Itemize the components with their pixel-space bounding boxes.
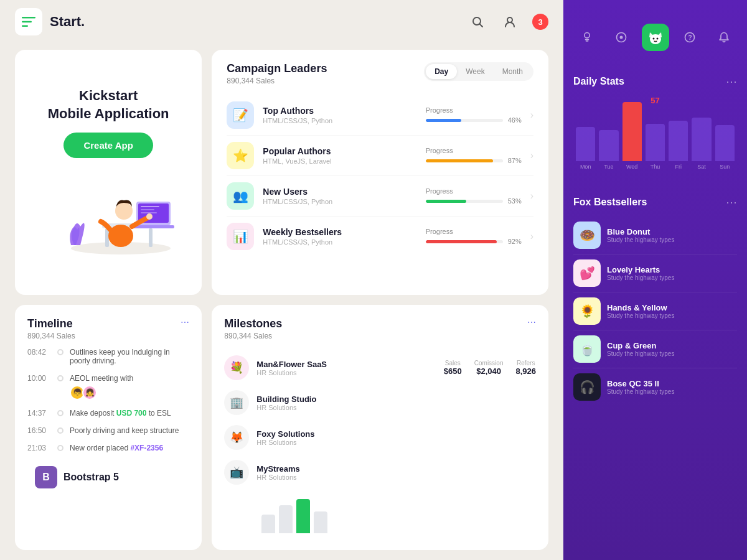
campaign-card: Campaign Leaders 890,344 Sales Day Week … <box>212 50 548 295</box>
nav-icon-btn[interactable] <box>608 24 635 51</box>
bar-label: Mon <box>580 164 591 170</box>
milestone-sub: HR Solutions <box>256 369 444 376</box>
svg-point-27 <box>654 40 657 41</box>
svg-point-24 <box>650 34 661 44</box>
bestseller-item[interactable]: 💕 Lovely Hearts Study the highway types <box>573 254 737 292</box>
milestone-sub: HR Solutions <box>256 439 536 446</box>
bestsellers-options[interactable]: ⋯ <box>726 195 737 209</box>
daily-stats-options[interactable]: ⋯ <box>726 75 737 88</box>
progress-bar-container: 87% <box>426 157 525 164</box>
bestseller-item[interactable]: 🌻 Hands & Yellow Study the highway types <box>573 292 737 330</box>
fox-icon-btn[interactable] <box>642 24 669 51</box>
bestseller-sub: Study the highway types <box>607 388 737 395</box>
chevron-right-icon[interactable]: › <box>530 150 533 161</box>
milestone-row: 📺 MyStreams HR Solutions <box>224 455 536 490</box>
kickstart-title: KickstartMobile Application <box>48 87 169 123</box>
bestseller-item[interactable]: 🎧 Bose QC 35 II Study the highway types <box>573 368 737 406</box>
milestone-bar <box>261 515 275 533</box>
bestseller-sub: Study the highway types <box>607 350 737 357</box>
milestone-sub: HR Solutions <box>256 474 536 481</box>
timeline-dot <box>57 410 63 416</box>
create-app-button[interactable]: Create App <box>63 133 153 158</box>
svg-text:?: ? <box>688 34 692 41</box>
header-right: 3 <box>467 12 548 32</box>
bestseller-item[interactable]: 🍩 Blue Donut Study the highway types <box>573 217 737 254</box>
progress-pct: 87% <box>508 157 525 164</box>
milestone-info: MyStreams HR Solutions <box>256 464 536 481</box>
chevron-right-icon[interactable]: › <box>530 110 533 121</box>
profile-icon[interactable] <box>500 12 520 32</box>
search-icon[interactable] <box>467 12 487 32</box>
fox-bestsellers-section: Fox Bestsellers ⋯ 🍩 Blue Donut Study the… <box>573 195 737 406</box>
timeline-card: Timeline 890,344 Sales ⋯ 08:42 Outlines … <box>15 305 202 550</box>
milestone-info: Foxy Solutions HR Solutions <box>256 429 536 446</box>
campaign-row-info: New Users HTML/CSS/JS, Python <box>263 187 425 205</box>
bestseller-sub: Study the highway types <box>607 312 737 319</box>
main-area: Start. 3 KickstartMobile Application Cre… <box>0 0 563 560</box>
bar-fill <box>622 102 642 161</box>
bulb-icon-btn[interactable] <box>573 24 601 51</box>
stat-refers: Refers 8,926 <box>515 360 536 376</box>
campaign-row-name: Popular Authors <box>263 146 425 156</box>
bestsellers-header: Fox Bestsellers ⋯ <box>573 195 737 209</box>
timeline-time: 16:50 <box>27 426 51 435</box>
campaign-row-tech: HTML/CSS/JS, Python <box>263 117 425 124</box>
bestseller-sub: Study the highway types <box>607 274 737 281</box>
milestone-name: Building Studio <box>256 394 536 404</box>
progress-fill <box>426 200 467 203</box>
bestseller-name: Blue Donut <box>607 227 737 236</box>
bestseller-item[interactable]: 🍵 Cup & Green Study the highway types <box>573 330 737 368</box>
campaign-row: 📝 Top Authors HTML/CSS/JS, Python Progre… <box>227 95 533 136</box>
question-icon-btn[interactable]: ? <box>676 24 703 51</box>
timeline-options[interactable]: ⋯ <box>181 317 189 327</box>
tab-day[interactable]: Day <box>426 64 457 79</box>
milestone-icon: 💐 <box>224 355 249 380</box>
daily-stats-title: Daily Stats <box>573 76 624 87</box>
tab-week[interactable]: Week <box>457 64 493 79</box>
svg-rect-1 <box>22 21 32 23</box>
header: Start. 3 <box>0 0 563 44</box>
bar-fill <box>692 118 711 161</box>
bar-label: Wed <box>626 164 637 170</box>
timeline-title-group: Timeline 890,344 Sales <box>27 317 75 340</box>
campaign-row-progress: Progress 92% <box>426 228 525 245</box>
notification-badge[interactable]: 3 <box>532 14 548 30</box>
timeline-avatars: 👦 👧 <box>70 385 189 400</box>
timeline-items: 08:42 Outlines keep you Indulging in poo… <box>27 348 189 452</box>
milestones-subtitle: 890,344 Sales <box>224 332 282 340</box>
timeline-dot <box>57 375 63 381</box>
milestone-icon: 📺 <box>224 460 249 485</box>
campaign-row-icon: 📊 <box>227 223 254 250</box>
chevron-right-icon[interactable]: › <box>530 231 533 242</box>
bestseller-image: 🎧 <box>573 373 601 401</box>
kickstart-card: KickstartMobile Application Create App <box>15 50 202 295</box>
campaign-row-tech: HTML/CSS/JS, Python <box>263 198 425 205</box>
bestseller-name: Hands & Yellow <box>607 303 737 312</box>
progress-fill <box>426 240 497 243</box>
milestone-name: Foxy Solutions <box>256 429 536 439</box>
peak-label: 57 <box>573 96 737 105</box>
milestones-options[interactable]: ⋯ <box>527 317 536 327</box>
bar-label: Sat <box>697 164 706 170</box>
bell-icon-btn[interactable] <box>710 24 738 51</box>
sidebar-top-icons: ? <box>563 0 747 75</box>
bestseller-name: Cup & Green <box>607 341 737 350</box>
bestseller-info: Bose QC 35 II Study the highway types <box>607 379 737 395</box>
svg-point-26 <box>656 38 658 40</box>
chevron-right-icon[interactable]: › <box>530 190 533 202</box>
campaign-row-name: Weekly Bestsellers <box>263 227 425 237</box>
campaign-row-progress: Progress 87% <box>426 147 525 164</box>
bestsellers-list: 🍩 Blue Donut Study the highway types 💕 L… <box>573 217 737 406</box>
bestseller-name: Lovely Hearts <box>607 265 737 274</box>
milestone-row: 🏢 Building Studio HR Solutions <box>224 385 536 420</box>
menu-icon <box>22 15 35 29</box>
tab-month[interactable]: Month <box>494 64 532 79</box>
timeline-subtitle: 890,344 Sales <box>27 332 75 340</box>
campaign-title: Campaign Leaders <box>227 62 327 75</box>
header-left: Start. <box>15 8 85 35</box>
timeline-highlight: USD 700 <box>116 409 147 418</box>
timeline-text: Poorly driving and keep structure <box>70 426 189 435</box>
timeline-dot <box>57 349 63 355</box>
svg-point-19 <box>584 33 589 38</box>
content-grid: KickstartMobile Application Create App <box>0 44 563 560</box>
